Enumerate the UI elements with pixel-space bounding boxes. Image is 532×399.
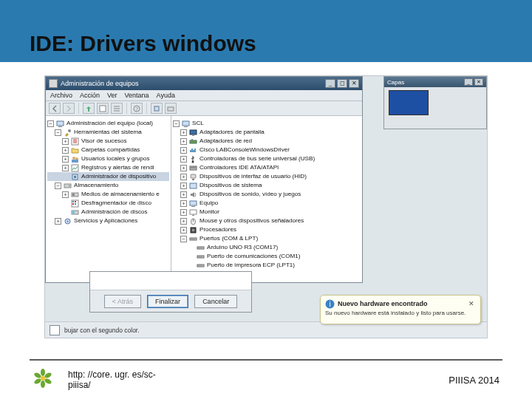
svg-rect-23 <box>75 203 76 205</box>
maximize-button[interactable]: ◻ <box>337 79 347 88</box>
toolbar-refresh-icon[interactable] <box>151 103 163 114</box>
tree-item-l11[interactable]: +Servicios y Aplicaciones <box>47 216 169 225</box>
tray-balloon[interactable]: i Nuevo hardware encontrado ✕ Su nuevo h… <box>320 295 481 324</box>
svg-text:i: i <box>329 300 330 308</box>
tree-item-l9[interactable]: Desfragmentador de disco <box>47 199 169 208</box>
tree-item-r0[interactable]: +Adaptadores de pantalla <box>173 128 361 137</box>
layers-color-swatch[interactable] <box>389 90 429 115</box>
expand-toggle-icon[interactable]: + <box>180 165 187 171</box>
tree-item-l7[interactable]: −Almacenamiento <box>47 181 169 190</box>
tree-item-l6[interactable]: Administrador de dispositivo <box>47 172 169 181</box>
expand-toggle-icon[interactable]: + <box>180 218 187 225</box>
expand-toggle-icon[interactable]: + <box>180 191 187 198</box>
toolbar-list-icon[interactable] <box>111 103 123 114</box>
tree-item-l1[interactable]: −Herramientas del sistema <box>47 128 169 137</box>
tree-item-r9[interactable]: +Monitor <box>173 208 361 216</box>
tree-item-r6[interactable]: +Dispositivos de sistema <box>173 181 361 190</box>
layers-close-button[interactable]: ✕ <box>474 78 483 86</box>
menu-ventana[interactable]: Ventana <box>125 92 149 99</box>
menu-ver[interactable]: Ver <box>107 92 117 99</box>
tree-item-label: Arduino UNO R3 (COM17) <box>207 243 278 252</box>
minimize-button[interactable]: _ <box>325 79 335 88</box>
layers-titlebar[interactable]: Capas _ ✕ <box>384 77 486 87</box>
wizard-finish-button[interactable]: Finalizar <box>147 295 188 308</box>
expand-toggle-icon[interactable]: + <box>180 138 187 145</box>
expand-toggle-icon[interactable]: + <box>62 138 69 145</box>
toolbar-forward-icon[interactable] <box>63 103 75 114</box>
expand-toggle-icon[interactable]: + <box>180 129 187 136</box>
tree-item-r11[interactable]: +Procesadores <box>173 225 361 234</box>
tree-item-r12[interactable]: −Puertos (COM & LPT) <box>173 234 361 243</box>
expand-toggle-icon[interactable]: − <box>173 120 180 127</box>
wizard-cancel-button[interactable]: Cancelar <box>194 295 237 308</box>
menu-ayuda[interactable]: Ayuda <box>157 92 175 99</box>
wizard-back-button[interactable]: < Atrás <box>104 295 141 308</box>
tree-item-l4[interactable]: +Usuarios locales y grupos <box>47 154 169 163</box>
expand-toggle-icon[interactable]: + <box>180 227 187 233</box>
toolbar-up-icon[interactable] <box>83 103 95 114</box>
paint-color-swatch[interactable] <box>50 325 60 335</box>
expand-toggle-icon[interactable]: + <box>62 147 69 154</box>
toolbar-help-icon[interactable]: ? <box>131 103 143 114</box>
expand-toggle-icon[interactable]: + <box>180 200 187 207</box>
mmc-toolbar: ? <box>46 101 362 116</box>
svg-point-48 <box>192 238 193 239</box>
tree-item-l2[interactable]: +Visor de sucesos <box>47 137 169 146</box>
expand-toggle-icon[interactable]: − <box>55 129 61 136</box>
tree-item-label: Controladoras de bus serie universal (US… <box>200 154 315 163</box>
layers-title-text: Capas <box>387 79 463 86</box>
svg-point-74 <box>41 381 45 388</box>
tree-item-root[interactable]: −SCL <box>173 119 361 128</box>
layers-minimize-button[interactable]: _ <box>464 78 473 86</box>
tree-item-r2[interactable]: +Cisco LABConsoleWindowsDriver <box>173 146 361 154</box>
svg-point-27 <box>67 220 69 222</box>
tree-item-r12-2[interactable]: Puerto de impresora ECP (LPT1) <box>173 261 361 270</box>
svg-point-34 <box>192 160 194 163</box>
tree-item-r5[interactable]: +Dispositivos de interfaz de usuario (HI… <box>173 172 361 181</box>
expand-toggle-icon[interactable]: + <box>180 147 187 154</box>
tree-item-l10[interactable]: Administración de discos <box>47 208 169 216</box>
expand-toggle-icon[interactable]: + <box>62 191 69 198</box>
toolbar-back-icon[interactable] <box>49 103 61 114</box>
tree-item-r4[interactable]: +Controladores IDE ATA/ATAPI <box>173 163 361 172</box>
tree-item-l3[interactable]: +Carpetas compartidas <box>47 146 169 154</box>
expand-toggle-icon[interactable]: − <box>47 120 54 127</box>
tree-item-r8[interactable]: +Equipo <box>173 199 361 208</box>
tree-item-r12-1[interactable]: Puerto de comunicaciones (COM1) <box>173 252 361 261</box>
menu-archivo[interactable]: Archivo <box>50 92 72 99</box>
expand-toggle-icon[interactable]: + <box>180 156 187 163</box>
tree-item-l5[interactable]: +Registros y alertas de rendi <box>47 163 169 172</box>
close-button[interactable]: ✕ <box>349 79 359 88</box>
expand-toggle-icon[interactable]: + <box>180 174 187 180</box>
mmc-left-tree[interactable]: −Administración del equipo (local)−Herra… <box>46 116 171 282</box>
toolbar-props-icon[interactable] <box>97 103 109 114</box>
tree-item-label: Puertos (COM & LPT) <box>200 234 258 243</box>
expand-toggle-icon[interactable]: + <box>180 209 187 216</box>
tree-item-label: Adaptadores de red <box>200 137 252 146</box>
tree-item-label: Dispositivos de interfaz de usuario (HID… <box>200 172 307 181</box>
expand-toggle-icon[interactable]: + <box>62 165 69 171</box>
balloon-message: Su nuevo hardware está instalado y listo… <box>325 310 476 316</box>
tree-item-r10[interactable]: +Mouse y otros dispositivos señaladores <box>173 216 361 225</box>
menu-accion[interactable]: Acción <box>80 92 100 99</box>
tree-item-l0[interactable]: −Administración del equipo (local) <box>47 119 169 128</box>
svg-rect-41 <box>190 210 197 214</box>
tree-item-r1[interactable]: +Adaptadores de red <box>173 137 361 146</box>
mmc-titlebar[interactable]: Administración de equipos _ ◻ ✕ <box>46 77 362 90</box>
tree-item-r3[interactable]: +Controladoras de bus serie universal (U… <box>173 154 361 163</box>
mmc-menubar[interactable]: Archivo Acción Ver Ventana Ayuda <box>46 90 362 101</box>
ide-icon <box>189 164 197 172</box>
expand-toggle-icon[interactable]: + <box>55 218 61 225</box>
expand-toggle-icon[interactable]: − <box>55 183 61 189</box>
tree-item-r12-0[interactable]: Arduino UNO R3 (COM17) <box>173 243 361 252</box>
expand-toggle-icon[interactable]: + <box>180 183 187 189</box>
expand-toggle-icon[interactable]: + <box>62 156 69 163</box>
toolbar-scan-icon[interactable] <box>165 103 177 114</box>
expand-toggle-icon[interactable]: − <box>180 236 187 242</box>
balloon-close-button[interactable]: ✕ <box>467 299 476 308</box>
mmc-title-text: Administración de equipos <box>61 80 325 87</box>
mmc-right-tree[interactable]: −SCL+Adaptadores de pantalla+Adaptadores… <box>171 116 362 282</box>
tree-item-l8[interactable]: +Medios de almacenamiento e <box>47 190 169 199</box>
svg-rect-38 <box>190 183 197 188</box>
tree-item-r7[interactable]: +Dispositivos de sonido, vídeo y juegos <box>173 190 361 199</box>
